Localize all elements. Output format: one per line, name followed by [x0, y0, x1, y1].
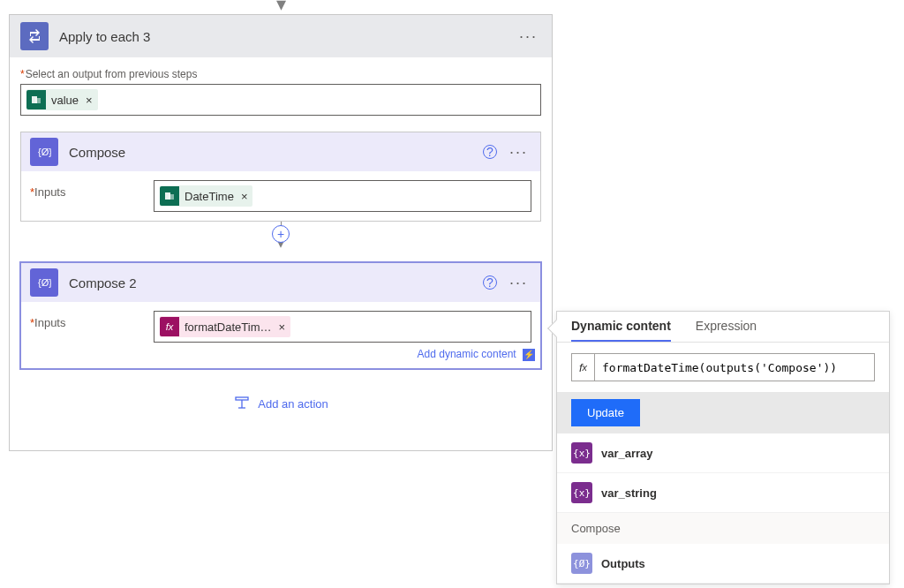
compose2-menu[interactable]: ··· [506, 270, 531, 296]
compose-title: Compose [69, 145, 483, 160]
apply-to-each-header[interactable]: Apply to each 3 ··· [10, 15, 552, 57]
apply-to-each-title: Apply to each 3 [59, 29, 516, 44]
dynamic-content-badge-icon[interactable]: ⚡ [523, 349, 535, 361]
compose2-help-icon[interactable]: ? [483, 275, 497, 290]
token-expression-remove[interactable]: × [276, 320, 290, 334]
apply-to-each-menu[interactable]: ··· [516, 24, 541, 49]
output-select-label: *Select an output from previous steps [20, 68, 541, 80]
add-step-button[interactable]: + [272, 225, 290, 243]
dcp-section-compose: Compose [557, 513, 889, 544]
variable-icon: {x} [571, 482, 592, 503]
dcp-item-var-string[interactable]: {x} var_string [557, 473, 889, 513]
compose-inputs-label: *Inputs [30, 180, 154, 199]
variable-icon: {x} [571, 442, 592, 464]
update-button[interactable]: Update [571, 399, 640, 426]
dcp-item-outputs[interactable]: {Ø} Outputs [557, 544, 889, 584]
svg-text:{Ø}: {Ø} [38, 147, 51, 157]
sharepoint-icon [26, 90, 46, 109]
apply-to-each-card: Apply to each 3 ··· *Select an output fr… [9, 14, 553, 451]
compose-icon: {Ø} [571, 553, 592, 574]
expression-input[interactable] [595, 361, 874, 374]
compose-inputs-field[interactable]: DateTime × [154, 180, 531, 212]
output-select-field[interactable]: value × [20, 84, 541, 116]
compose-card: {Ø} Compose ? ··· *Inputs [20, 132, 541, 222]
dcp-item-var-array[interactable]: {x} var_array [557, 433, 889, 473]
add-action-button[interactable]: Add an action [20, 369, 541, 440]
token-datetime[interactable]: DateTime × [160, 185, 252, 207]
compose-icon: {Ø} [30, 138, 58, 166]
compose-menu[interactable]: ··· [506, 139, 531, 165]
token-expression[interactable]: fx formatDateTim… × [160, 316, 290, 337]
svg-text:{Ø}: {Ø} [38, 277, 51, 288]
fx-label-icon: fx [572, 354, 595, 381]
dynamic-content-panel: Dynamic content Expression fx Update {x}… [556, 311, 890, 584]
tab-expression[interactable]: Expression [696, 319, 757, 342]
compose2-inputs-field[interactable]: fx formatDateTim… × [154, 311, 531, 343]
update-row: Update [557, 392, 889, 433]
compose-help-icon[interactable]: ? [483, 145, 497, 159]
compose2-inputs-label: *Inputs [30, 311, 154, 329]
token-value[interactable]: value × [26, 89, 98, 110]
flow-arrow-in: ▾ [276, 0, 286, 16]
fx-icon: fx [160, 317, 179, 336]
compose2-title: Compose 2 [69, 275, 483, 290]
add-dynamic-content-link[interactable]: Add dynamic content [418, 348, 516, 360]
tab-dynamic-content[interactable]: Dynamic content [571, 319, 671, 342]
compose2-header[interactable]: {Ø} Compose 2 ? ··· [21, 263, 540, 302]
expression-row: fx [571, 353, 875, 381]
compose-icon: {Ø} [30, 268, 58, 297]
svg-rect-4 [169, 194, 174, 200]
token-datetime-remove[interactable]: × [239, 190, 253, 203]
token-value-remove[interactable]: × [84, 94, 98, 107]
svg-rect-1 [35, 98, 41, 103]
compose2-card: {Ø} Compose 2 ? ··· *Inputs fx formatDat… [20, 262, 541, 369]
compose-header[interactable]: {Ø} Compose ? ··· [21, 132, 540, 171]
sharepoint-icon [160, 186, 179, 206]
svg-rect-6 [236, 397, 248, 400]
connector: + ▾ [20, 222, 541, 246]
loop-icon [20, 22, 49, 50]
